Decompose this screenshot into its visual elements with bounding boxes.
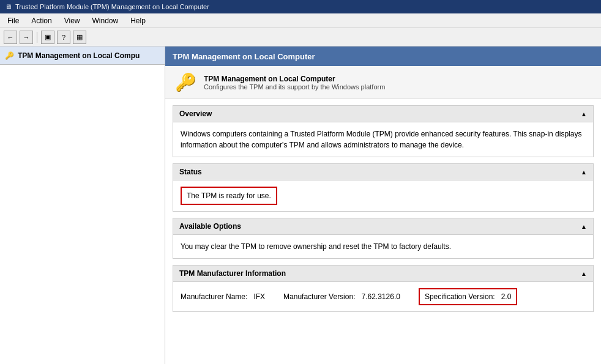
menu-bar: File Action View Window Help — [0, 13, 601, 28]
manufacturer-name-value: IFX — [253, 292, 265, 301]
section-options: Available Options ▲ You may clear the TP… — [173, 218, 594, 259]
section-status-header[interactable]: Status ▲ — [173, 164, 593, 180]
section-options-header[interactable]: Available Options ▲ — [173, 218, 593, 235]
manufacturer-name-label: Manufacturer Name: — [181, 292, 247, 301]
options-text: You may clear the TPM to remove ownershi… — [181, 242, 451, 251]
app-icon: 🖥 — [5, 3, 12, 10]
section-manufacturer-title: TPM Manufacturer Information — [179, 269, 286, 278]
main-layout: 🔑 TPM Management on Local Compu TPM Mana… — [0, 46, 601, 364]
menu-help[interactable]: Help — [125, 15, 151, 26]
manufacturer-version-value: 7.62.3126.0 — [362, 292, 400, 301]
section-manufacturer: TPM Manufacturer Information ▲ Manufactu… — [173, 265, 594, 312]
tpm-icon: 🔑 — [175, 72, 196, 92]
left-panel: 🔑 TPM Management on Local Compu — [0, 46, 165, 364]
info-subtitle: Configures the TPM and its support by th… — [204, 83, 385, 91]
overview-chevron-icon: ▲ — [581, 111, 587, 117]
left-panel-header[interactable]: 🔑 TPM Management on Local Compu — [0, 46, 165, 65]
toolbar-separator-1 — [37, 32, 37, 43]
menu-action[interactable]: Action — [26, 15, 56, 26]
menu-window[interactable]: Window — [88, 15, 124, 26]
section-manufacturer-header[interactable]: TPM Manufacturer Information ▲ — [173, 266, 593, 282]
back-button[interactable]: ← — [4, 31, 17, 44]
spec-version-label: Specification Version: — [425, 292, 495, 301]
section-status-title: Status — [179, 168, 202, 176]
section-status-body: The TPM is ready for use. — [173, 180, 593, 211]
right-panel-header: TPM Management on Local Computer — [165, 46, 601, 66]
status-chevron-icon: ▲ — [581, 169, 587, 176]
toolbar-btn-2[interactable]: ? — [57, 31, 70, 44]
manufacturer-chevron-icon: ▲ — [581, 270, 587, 277]
manufacturer-version: Manufacturer Version: 7.62.3126.0 — [283, 291, 400, 302]
spec-version: Specification Version: 2.0 — [419, 288, 517, 305]
forward-button[interactable]: → — [20, 31, 33, 44]
title-bar: 🖥 Trusted Platform Module (TPM) Manageme… — [0, 0, 601, 13]
section-overview-title: Overview — [179, 110, 212, 118]
section-options-title: Available Options — [179, 222, 241, 231]
section-overview-header[interactable]: Overview ▲ — [173, 106, 593, 122]
manufacturer-version-label: Manufacturer Version: — [283, 292, 355, 301]
title-text: Trusted Platform Module (TPM) Management… — [15, 3, 209, 10]
info-row: 🔑 TPM Management on Local Computer Confi… — [165, 66, 601, 99]
right-panel-title: TPM Management on Local Computer — [173, 52, 315, 61]
info-title: TPM Management on Local Computer — [204, 75, 385, 83]
left-panel-icon: 🔑 — [5, 51, 14, 60]
toolbar-btn-3[interactable]: ▦ — [73, 31, 86, 44]
back-icon: ← — [7, 34, 14, 41]
status-text: The TPM is ready for use. — [181, 187, 277, 205]
left-panel-label: TPM Management on Local Compu — [18, 51, 140, 60]
section-overview: Overview ▲ Windows computers containing … — [173, 105, 594, 157]
section-manufacturer-body: Manufacturer Name: IFX Manufacturer Vers… — [173, 282, 593, 311]
menu-file[interactable]: File — [2, 15, 24, 26]
toolbar: ← → ▣ ? ▦ — [0, 28, 601, 46]
toolbar-icon-2: ? — [62, 34, 65, 41]
section-options-body: You may clear the TPM to remove ownershi… — [173, 235, 593, 258]
manufacturer-name: Manufacturer Name: IFX — [181, 291, 265, 302]
section-overview-body: Windows computers containing a Trusted P… — [173, 122, 593, 157]
info-text-block: TPM Management on Local Computer Configu… — [204, 75, 385, 91]
spec-version-value: 2.0 — [501, 292, 512, 301]
toolbar-icon-3: ▦ — [77, 33, 83, 41]
toolbar-icon-1: ▣ — [45, 33, 51, 41]
manufacturer-info-row: Manufacturer Name: IFX Manufacturer Vers… — [181, 288, 586, 305]
overview-text: Windows computers containing a Trusted P… — [181, 130, 581, 149]
section-status: Status ▲ The TPM is ready for use. — [173, 163, 594, 212]
options-chevron-icon: ▲ — [581, 223, 587, 230]
menu-view[interactable]: View — [59, 15, 85, 26]
forward-icon: → — [23, 34, 30, 41]
toolbar-btn-1[interactable]: ▣ — [41, 31, 54, 44]
right-panel: TPM Management on Local Computer 🔑 TPM M… — [165, 46, 601, 364]
